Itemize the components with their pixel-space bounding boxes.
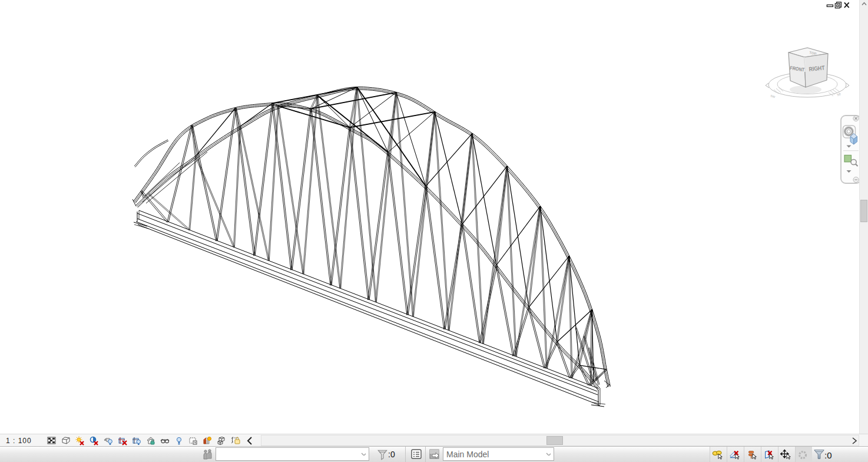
svg-text:sw: sw xyxy=(770,93,776,98)
svg-text:se: se xyxy=(836,91,842,97)
